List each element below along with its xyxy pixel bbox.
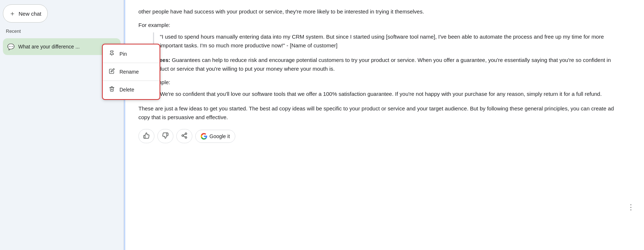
quote-text-2: We're so confident that you'll love our … bbox=[160, 90, 622, 98]
action-bar: Google it bbox=[138, 129, 622, 143]
new-chat-label: New chat bbox=[19, 11, 42, 17]
rename-icon bbox=[109, 68, 115, 75]
plus-icon: ＋ bbox=[9, 9, 16, 18]
pin-menu-item[interactable]: Pin bbox=[103, 47, 160, 61]
delete-icon bbox=[109, 86, 115, 93]
share-button[interactable] bbox=[176, 129, 192, 143]
chat-title: What are your difference ... bbox=[18, 44, 103, 50]
guarantees-paragraph: Guarantees: Guarantees can help to reduc… bbox=[138, 56, 622, 73]
quote-text-1: "I used to spend hours manually entering… bbox=[160, 32, 622, 50]
pin-icon bbox=[109, 50, 115, 58]
context-menu: Pin Rename Delete bbox=[102, 44, 160, 100]
quote-block-2: We're so confident that you'll love our … bbox=[153, 90, 622, 98]
svg-line-4 bbox=[183, 136, 185, 137]
menu-divider-1 bbox=[103, 63, 160, 63]
svg-line-5 bbox=[183, 134, 185, 135]
main-content-area: other people have had success with your … bbox=[124, 0, 644, 250]
google-g-icon bbox=[201, 133, 207, 140]
rename-label: Rename bbox=[119, 69, 139, 75]
google-it-label: Google it bbox=[209, 133, 230, 139]
new-chat-button[interactable]: ＋ New chat bbox=[3, 4, 48, 23]
thumbs-down-button[interactable] bbox=[157, 129, 173, 143]
thumbs-down-icon bbox=[162, 132, 169, 140]
quote-block-1: "I used to spend hours manually entering… bbox=[153, 32, 622, 50]
guarantees-text: Guarantees can help to reduce risk and e… bbox=[138, 57, 611, 72]
chat-bubble-icon: 💬 bbox=[7, 43, 15, 50]
paragraph-1: other people have had success with your … bbox=[138, 7, 622, 16]
delete-menu-item[interactable]: Delete bbox=[103, 82, 160, 97]
google-it-button[interactable]: Google it bbox=[195, 130, 235, 143]
menu-divider-2 bbox=[103, 81, 160, 81]
delete-label: Delete bbox=[119, 87, 134, 93]
more-options-button-right[interactable]: ⋮ bbox=[625, 200, 637, 214]
for-example-1: For example: bbox=[138, 22, 622, 28]
summary-paragraph: These are just a few ideas to get you st… bbox=[138, 104, 622, 122]
sidebar: ＋ New chat Recent 💬 What are your differ… bbox=[0, 0, 124, 250]
for-example-2: For example: bbox=[138, 79, 622, 85]
rename-menu-item[interactable]: Rename bbox=[103, 65, 160, 79]
thumbs-up-icon bbox=[143, 132, 150, 140]
pin-label: Pin bbox=[119, 51, 127, 57]
recent-label: Recent bbox=[3, 27, 121, 35]
share-icon bbox=[181, 132, 188, 140]
thumbs-up-button[interactable] bbox=[138, 129, 154, 143]
